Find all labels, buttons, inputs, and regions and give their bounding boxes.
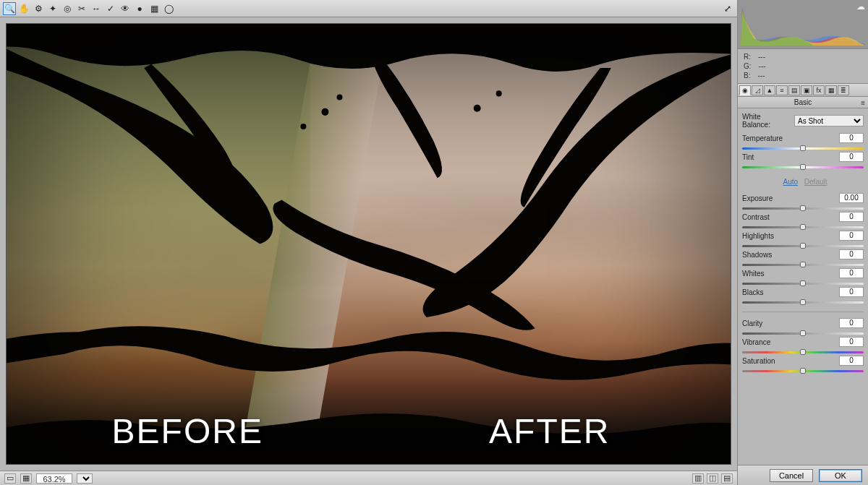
white-balance-tool[interactable]: ⚙ xyxy=(32,2,45,15)
contrast-label: Contrast xyxy=(742,213,770,221)
exposure-slider-row: Exposure0.00 xyxy=(742,193,864,212)
cancel-button[interactable]: Cancel xyxy=(770,469,813,482)
zoom-tool[interactable]: 🔍 xyxy=(3,2,16,15)
camera-calibration-tab[interactable]: ▦ xyxy=(825,85,837,95)
blacks-slider-row: Blacks0 xyxy=(742,287,864,306)
view-mode-button-2[interactable]: ▤ xyxy=(721,473,733,484)
vibrance-value[interactable]: 0 xyxy=(839,337,864,347)
color-sampler-tool[interactable]: ✦ xyxy=(46,2,59,15)
tint-label: Tint xyxy=(742,153,754,161)
vibrance-slider-row: Vibrance0 xyxy=(742,337,864,356)
section-title: Basic xyxy=(794,98,812,106)
zoom-value[interactable]: 63.2% xyxy=(36,473,72,484)
hsl-tab[interactable]: ≡ xyxy=(776,85,788,95)
default-link[interactable]: Default xyxy=(804,178,827,186)
basic-tab[interactable]: ◉ xyxy=(739,85,751,95)
cloud-icon: ☁ xyxy=(856,1,865,12)
highlights-slider-row: Highlights0 xyxy=(742,231,864,249)
blacks-slider[interactable] xyxy=(742,299,864,306)
contrast-slider-row: Contrast0 xyxy=(742,212,864,231)
status-bar: ▭ ▦ 63.2% ▥◫▤ xyxy=(0,471,737,485)
temperature-slider-row: Temperature0 xyxy=(742,133,864,152)
temperature-value[interactable]: 0 xyxy=(839,133,864,143)
tint-slider[interactable] xyxy=(742,163,864,171)
main-area: 🔍✋⚙✦◎✂↔✓👁●▦◯ ⤢ xyxy=(0,0,738,485)
radial-filter-tool[interactable]: ◯ xyxy=(162,2,175,15)
clarity-value[interactable]: 0 xyxy=(839,318,864,328)
exposure-slider[interactable] xyxy=(742,205,864,212)
hand-tool[interactable]: ✋ xyxy=(17,2,30,15)
after-label: After xyxy=(369,411,731,451)
tint-value[interactable]: 0 xyxy=(839,152,864,162)
clarity-slider-row: Clarity0 xyxy=(742,318,864,337)
red-eye-tool[interactable]: 👁 xyxy=(119,2,132,15)
readout-r-label: R: xyxy=(744,52,751,61)
presets-tab[interactable]: ≣ xyxy=(838,85,849,95)
effects-tab[interactable]: fx xyxy=(813,85,825,95)
auto-link[interactable]: Auto xyxy=(783,178,798,186)
highlights-value[interactable]: 0 xyxy=(839,231,864,241)
spot-removal-tool[interactable]: ✓ xyxy=(104,2,117,15)
histogram[interactable]: ☁ xyxy=(738,0,868,49)
shadows-value[interactable]: 0 xyxy=(839,249,864,259)
auto-default-links: Auto Default xyxy=(742,175,864,189)
adjustment-brush-tool[interactable]: ● xyxy=(133,2,146,15)
dialog-footer: Cancel OK xyxy=(738,465,868,485)
temperature-slider[interactable] xyxy=(742,145,864,152)
highlights-slider[interactable] xyxy=(742,242,864,249)
whites-label: Whites xyxy=(742,270,765,278)
readout-b-label: B: xyxy=(744,71,750,80)
filmstrip-toggle-button[interactable]: ▭ xyxy=(4,473,16,484)
clarity-slider[interactable] xyxy=(742,330,864,337)
saturation-slider-row: Saturation0 xyxy=(742,356,864,374)
readout-b-value: --- xyxy=(757,71,765,80)
toggle-fullscreen-button[interactable]: ⤢ xyxy=(721,2,734,15)
zoom-select[interactable] xyxy=(77,473,93,484)
highlights-label: Highlights xyxy=(742,232,774,240)
readout-r-value: --- xyxy=(758,52,765,61)
saturation-slider[interactable] xyxy=(742,367,864,374)
saturation-value[interactable]: 0 xyxy=(839,356,864,366)
top-toolbar: 🔍✋⚙✦◎✂↔✓👁●▦◯ ⤢ xyxy=(0,0,737,17)
targeted-adjustment-tool[interactable]: ◎ xyxy=(61,2,74,15)
tint-slider-row: Tint0 xyxy=(742,152,864,171)
exposure-label: Exposure xyxy=(742,194,773,202)
exposure-value[interactable]: 0.00 xyxy=(839,193,864,203)
white-balance-select[interactable]: As Shot xyxy=(794,115,864,126)
clarity-label: Clarity xyxy=(742,319,762,327)
graduated-filter-tool[interactable]: ▦ xyxy=(148,2,161,15)
temperature-label: Temperature xyxy=(742,134,783,142)
contrast-slider[interactable] xyxy=(742,223,864,231)
ok-button[interactable]: OK xyxy=(819,469,862,482)
shadows-slider[interactable] xyxy=(742,261,864,268)
basic-controls: White Balance: As Shot Temperature0Tint0… xyxy=(738,108,868,379)
view-mode-button-0[interactable]: ▥ xyxy=(692,473,704,484)
blacks-label: Blacks xyxy=(742,288,763,296)
before-label: Before xyxy=(7,411,369,451)
section-header: Basic ≡ xyxy=(738,97,868,108)
view-grid-button[interactable]: ▦ xyxy=(20,473,32,484)
before-after-labels: Before After xyxy=(7,411,731,451)
image-canvas[interactable]: Before After xyxy=(6,23,731,465)
contrast-value[interactable]: 0 xyxy=(839,212,864,222)
whites-value[interactable]: 0 xyxy=(839,268,864,278)
whites-slider[interactable] xyxy=(742,280,864,287)
shadows-label: Shadows xyxy=(742,251,772,259)
view-mode-button-1[interactable]: ◫ xyxy=(707,473,718,484)
detail-tab[interactable]: ▲ xyxy=(764,85,775,95)
straighten-tool[interactable]: ↔ xyxy=(90,2,103,15)
crop-tool[interactable]: ✂ xyxy=(75,2,88,15)
split-toning-tab[interactable]: ▤ xyxy=(788,85,800,95)
rgb-readout: R:--- G:--- B:--- xyxy=(738,49,868,84)
vibrance-label: Vibrance xyxy=(742,338,770,346)
section-menu-button[interactable]: ≡ xyxy=(861,98,865,109)
saturation-label: Saturation xyxy=(742,357,775,365)
panel-tabstrip: ◉◿▲≡▤▣fx▦≣ xyxy=(738,84,868,97)
blacks-value[interactable]: 0 xyxy=(839,287,864,297)
lens-corrections-tab[interactable]: ▣ xyxy=(801,85,812,95)
canvas-wrap: Before After xyxy=(0,17,737,471)
right-panel: ☁ R:--- G:--- B:--- ◉◿▲≡▤▣fx▦≣ Basic ≡ W… xyxy=(738,0,868,485)
vibrance-slider[interactable] xyxy=(742,348,864,356)
whites-slider-row: Whites0 xyxy=(742,268,864,287)
tone-curve-tab[interactable]: ◿ xyxy=(752,85,763,95)
